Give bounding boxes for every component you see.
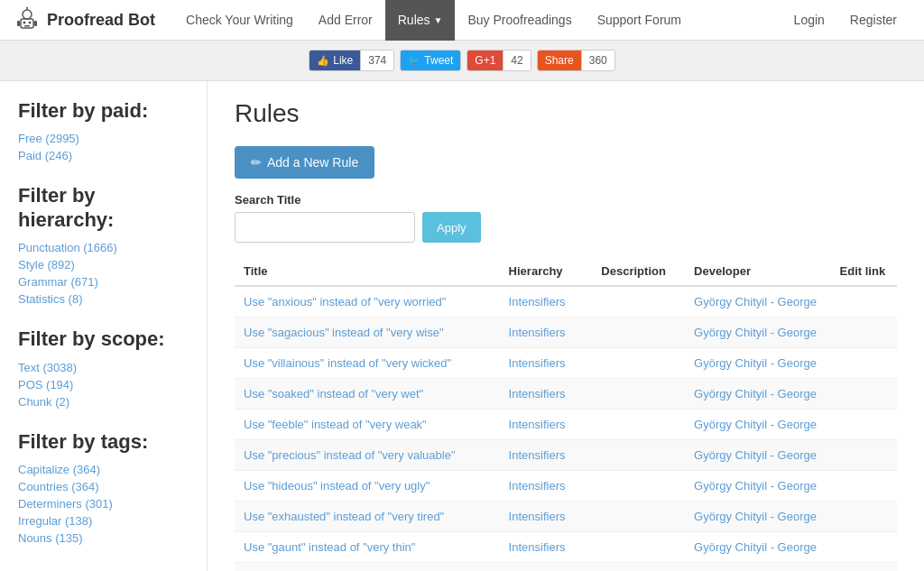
rule-title-link[interactable]: Use "feeble" instead of "very weak" [244,418,427,431]
filter-text[interactable]: Text (3038) [18,361,189,374]
page-title: Rules [235,99,897,128]
rule-title-link[interactable]: Use "sagacious" instead of "very wise" [244,326,444,339]
nav-support-forum[interactable]: Support Forum [585,0,694,41]
hierarchy-link[interactable]: Intensifiers [509,356,566,370]
content: Rules ✏ Add a New Rule Search Title Appl… [208,81,924,571]
filter-hierarchy-heading: Filter by hierarchy: [18,184,189,232]
hierarchy-link[interactable]: Intensifiers [509,326,566,339]
filter-determiners[interactable]: Determiners (301) [18,497,189,511]
hierarchy-link[interactable]: Intensifiers [509,540,566,554]
col-hierarchy-header: Hierarchy [500,257,593,286]
filter-chunk[interactable]: Chunk (2) [18,395,189,409]
nav-add-error[interactable]: Add Error [306,0,385,41]
social-bar: 👍 Like 374 🐦 Tweet G+1 42 Share 360 [0,41,924,81]
search-label: Search Title [235,193,897,207]
gplus-button[interactable]: G+1 42 [467,50,531,71]
search-input[interactable] [235,212,415,243]
navbar: Proofread Bot Check Your Writing Add Err… [0,0,924,41]
filter-tags-heading: Filter by tags: [18,430,189,454]
add-rule-button[interactable]: ✏ Add a New Rule [235,146,374,179]
edit-link-cell [831,563,897,572]
svg-rect-4 [17,21,20,26]
facebook-like-button[interactable]: 👍 Like 374 [309,50,394,71]
table-row: Use "feeble" instead of "very weak"Inten… [235,410,897,440]
description-cell [592,318,685,348]
search-row: Apply [235,212,897,243]
filter-capitalize[interactable]: Capitalize (364) [18,463,189,476]
table-header: Title Hierarchy Description Developer Ed… [235,257,897,286]
filter-paid-heading: Filter by paid: [18,99,189,123]
filter-punctuation[interactable]: Punctuation (1666) [18,241,189,254]
svg-point-6 [23,22,26,24]
edit-link-cell [831,532,897,563]
filter-scope-section: Filter by scope: Text (3038) POS (194) C… [18,327,189,408]
col-title-header: Title [235,257,500,286]
col-description-header: Description [592,257,685,286]
filter-paid-section: Filter by paid: Free (2995) Paid (246) [18,99,189,162]
description-cell [592,286,685,318]
search-section: Search Title Apply [235,193,897,243]
hierarchy-link[interactable]: Intensifiers [509,387,566,401]
description-cell [592,348,685,379]
description-cell [592,440,685,471]
nav-rules[interactable]: Rules ▼ [385,0,456,41]
edit-link-cell [831,410,897,440]
chevron-down-icon: ▼ [434,15,443,25]
rule-title-link[interactable]: Use "precious" instead of "very valuable… [244,448,456,462]
svg-rect-8 [24,25,30,27]
filter-countries[interactable]: Countries (364) [18,480,189,493]
facebook-count: 374 [360,51,393,70]
filter-nouns[interactable]: Nouns (135) [18,531,189,545]
nav-buy-proofreadings[interactable]: Buy Proofreadings [455,0,584,41]
table-row: Use "anxious" instead of "very worried"I… [235,286,897,318]
description-cell [592,563,685,572]
nav-right: Login Register [781,0,910,41]
rule-title-link[interactable]: Use "villainous" instead of "very wicked… [244,356,451,370]
nav-login[interactable]: Login [781,0,837,41]
table-row: Use "delicious" instead of "very tasty"I… [235,563,897,572]
share-button[interactable]: Share 360 [537,50,615,71]
filter-paid[interactable]: Paid (246) [18,149,189,162]
nav-register[interactable]: Register [837,0,910,41]
filter-style[interactable]: Style (892) [18,258,189,272]
filter-pos[interactable]: POS (194) [18,378,189,391]
hierarchy-link[interactable]: Intensifiers [509,418,566,431]
rule-title-link[interactable]: Use "gaunt" instead of "very thin" [244,540,415,554]
col-developer-header: Developer [685,257,830,286]
twitter-label: Tweet [424,54,453,67]
sidebar: Filter by paid: Free (2995) Paid (246) F… [0,81,208,571]
rules-tbody: Use "anxious" instead of "very worried"I… [235,286,897,571]
filter-grammar[interactable]: Grammar (671) [18,275,189,289]
main-container: Filter by paid: Free (2995) Paid (246) F… [0,81,924,571]
developer-cell: György Chityil - George [685,286,830,318]
col-editlink-header: Edit link [831,257,897,286]
filter-scope-heading: Filter by scope: [18,327,189,351]
apply-button[interactable]: Apply [422,212,481,243]
filter-irregular[interactable]: Irregular (138) [18,514,189,528]
brand-logo[interactable]: Proofread Bot [14,7,155,32]
rule-title-link[interactable]: Use "soaked" instead of "very wet" [244,387,423,401]
hierarchy-link[interactable]: Intensifiers [509,510,566,523]
edit-link-cell [831,471,897,502]
description-cell [592,532,685,563]
hierarchy-link[interactable]: Intensifiers [509,479,566,493]
svg-point-0 [23,10,32,19]
gplus-count: 42 [503,51,530,70]
rule-title-link[interactable]: Use "exhausted" instead of "very tired" [244,510,444,523]
hierarchy-link[interactable]: Intensifiers [509,295,566,309]
filter-tags-section: Filter by tags: Capitalize (364) Countri… [18,430,189,545]
rule-title-link[interactable]: Use "anxious" instead of "very worried" [244,295,446,309]
share-label: Share [545,54,574,67]
svg-rect-5 [34,21,37,26]
edit-link-cell [831,318,897,348]
developer-cell: György Chityil - George [685,440,830,471]
filter-free[interactable]: Free (2995) [18,132,189,145]
filter-statistics[interactable]: Statistics (8) [18,292,189,306]
description-cell [592,410,685,440]
facebook-label: Like [333,54,353,67]
rule-title-link[interactable]: Use "hideous" instead of "very ugly" [244,479,430,493]
twitter-tweet-button[interactable]: 🐦 Tweet [400,50,461,71]
gplus-label: G+1 [475,54,495,67]
nav-check-your-writing[interactable]: Check Your Writing [173,0,306,41]
hierarchy-link[interactable]: Intensifiers [509,448,566,462]
